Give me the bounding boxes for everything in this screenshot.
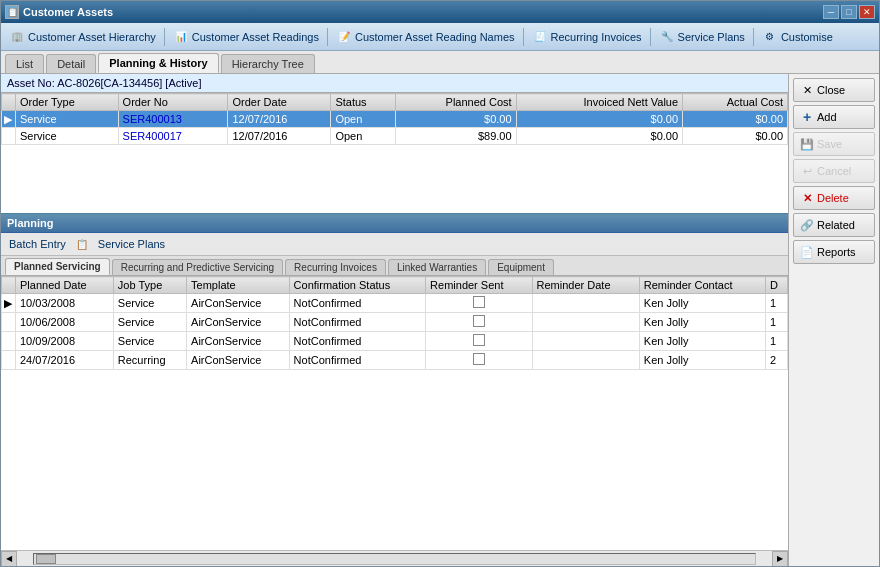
reminder-sent bbox=[426, 351, 532, 370]
sub-toolbar-icon: 📋 bbox=[74, 236, 90, 252]
toolbar-customer-asset-hierarchy[interactable]: 🏢 Customer Asset Hierarchy bbox=[3, 26, 162, 48]
row-indicator: ▶ bbox=[2, 294, 16, 313]
add-button[interactable]: + Add bbox=[793, 105, 875, 129]
invoices-icon: 🧾 bbox=[532, 29, 548, 45]
planned-date: 24/07/2016 bbox=[16, 351, 114, 370]
batch-entry-button[interactable]: Batch Entry bbox=[5, 235, 70, 253]
reminder-contact: Ken Jolly bbox=[639, 351, 765, 370]
minimize-button[interactable]: ─ bbox=[823, 5, 839, 19]
table-row[interactable]: ▶ Service SER400013 12/07/2016 Open $0.0… bbox=[2, 111, 788, 128]
reminder-date bbox=[532, 313, 639, 332]
row-indicator bbox=[2, 313, 16, 332]
window-icon: 📋 bbox=[5, 5, 19, 19]
sub-tab-planned-servicing[interactable]: Planned Servicing bbox=[5, 258, 110, 275]
col-actual: Actual Cost bbox=[683, 94, 788, 111]
sub-tab-recurring-predictive[interactable]: Recurring and Predictive Servicing bbox=[112, 259, 283, 275]
reminder-sent bbox=[426, 332, 532, 351]
scroll-right-arrow[interactable]: ▶ bbox=[772, 551, 788, 567]
col-indicator bbox=[2, 94, 16, 111]
scroll-left-arrow[interactable]: ◀ bbox=[1, 551, 17, 567]
col-order-date: Order Date bbox=[228, 94, 331, 111]
reading-names-icon: 📝 bbox=[336, 29, 352, 45]
tab-detail[interactable]: Detail bbox=[46, 54, 96, 73]
right-panel: ✕ Close + Add 💾 Save ↩ Cancel ✕ Delete 🔗 bbox=[789, 74, 879, 566]
d-column: 1 bbox=[766, 332, 788, 351]
confirmation-status: NotConfirmed bbox=[289, 332, 426, 351]
tab-hierarchy-tree[interactable]: Hierarchy Tree bbox=[221, 54, 315, 73]
job-type: Recurring bbox=[113, 351, 186, 370]
order-status: Open bbox=[331, 111, 396, 128]
reminder-date bbox=[532, 294, 639, 313]
sub-tab-recurring-invoices[interactable]: Recurring Invoices bbox=[285, 259, 386, 275]
cancel-button[interactable]: ↩ Cancel bbox=[793, 159, 875, 183]
list-item[interactable]: 24/07/2016 Recurring AirConService NotCo… bbox=[2, 351, 788, 370]
col-reminder-date: Reminder Date bbox=[532, 277, 639, 294]
customise-icon: ⚙ bbox=[762, 29, 778, 45]
order-date: 12/07/2016 bbox=[228, 128, 331, 145]
table-row[interactable]: Service SER400017 12/07/2016 Open $89.00… bbox=[2, 128, 788, 145]
list-item[interactable]: 10/06/2008 Service AirConService NotConf… bbox=[2, 313, 788, 332]
related-icon: 🔗 bbox=[800, 218, 814, 232]
reminder-contact: Ken Jolly bbox=[639, 294, 765, 313]
toolbar-separator-4 bbox=[650, 28, 651, 46]
horizontal-scrollbar[interactable]: ◀ ▶ bbox=[1, 550, 788, 566]
main-window: 📋 Customer Assets ─ □ ✕ 🏢 Customer Asset… bbox=[0, 0, 880, 567]
orders-table: Order Type Order No Order Date Status Pl… bbox=[1, 93, 788, 145]
confirmation-status: NotConfirmed bbox=[289, 313, 426, 332]
tab-list[interactable]: List bbox=[5, 54, 44, 73]
close-button[interactable]: ✕ Close bbox=[793, 78, 875, 102]
toolbar-customise[interactable]: ⚙ Customise bbox=[756, 26, 839, 48]
related-button[interactable]: 🔗 Related bbox=[793, 213, 875, 237]
template: AirConService bbox=[187, 351, 290, 370]
service-plans-sub-button[interactable]: Service Plans bbox=[94, 235, 169, 253]
asset-number: Asset No: AC-8026[CA-134456] [Active] bbox=[7, 77, 201, 89]
template: AirConService bbox=[187, 294, 290, 313]
reports-button[interactable]: 📄 Reports bbox=[793, 240, 875, 264]
save-button[interactable]: 💾 Save bbox=[793, 132, 875, 156]
toolbar-recurring-invoices[interactable]: 🧾 Recurring Invoices bbox=[526, 26, 648, 48]
job-type: Service bbox=[113, 332, 186, 351]
d-column: 1 bbox=[766, 313, 788, 332]
delete-button[interactable]: ✕ Delete bbox=[793, 186, 875, 210]
col-status: Status bbox=[331, 94, 396, 111]
row-indicator bbox=[2, 332, 16, 351]
col-order-type: Order Type bbox=[16, 94, 119, 111]
planned-servicing-table-container[interactable]: Planned Date Job Type Template Confirmat… bbox=[1, 276, 788, 550]
scroll-track[interactable] bbox=[33, 553, 756, 565]
list-item[interactable]: 10/09/2008 Service AirConService NotConf… bbox=[2, 332, 788, 351]
toolbar-separator-3 bbox=[523, 28, 524, 46]
job-type: Service bbox=[113, 313, 186, 332]
toolbar-customer-asset-readings[interactable]: 📊 Customer Asset Readings bbox=[167, 26, 325, 48]
reminder-contact: Ken Jolly bbox=[639, 313, 765, 332]
reminder-date bbox=[532, 351, 639, 370]
list-item[interactable]: ▶ 10/03/2008 Service AirConService NotCo… bbox=[2, 294, 788, 313]
sub-toolbar: Batch Entry 📋 Service Plans bbox=[1, 233, 788, 256]
sub-tab-linked-warranties[interactable]: Linked Warranties bbox=[388, 259, 486, 275]
col-confirmation: Confirmation Status bbox=[289, 277, 426, 294]
col-reminder-sent: Reminder Sent bbox=[426, 277, 532, 294]
window-close-button[interactable]: ✕ bbox=[859, 5, 875, 19]
main-tab-bar: List Detail Planning & History Hierarchy… bbox=[1, 51, 879, 74]
tab-planning-history[interactable]: Planning & History bbox=[98, 53, 218, 73]
template: AirConService bbox=[187, 313, 290, 332]
confirmation-status: NotConfirmed bbox=[289, 294, 426, 313]
reminder-date bbox=[532, 332, 639, 351]
service-plans-icon: 🔧 bbox=[659, 29, 675, 45]
d-column: 1 bbox=[766, 294, 788, 313]
planned-date: 10/03/2008 bbox=[16, 294, 114, 313]
invoiced-nett: $0.00 bbox=[516, 111, 682, 128]
planning-header: Planning bbox=[1, 213, 788, 233]
col-template: Template bbox=[187, 277, 290, 294]
toolbar-service-plans[interactable]: 🔧 Service Plans bbox=[653, 26, 751, 48]
row-indicator bbox=[2, 128, 16, 145]
col-d: D bbox=[766, 277, 788, 294]
scroll-thumb[interactable] bbox=[36, 554, 56, 564]
row-indicator: ▶ bbox=[2, 111, 16, 128]
left-panel: Asset No: AC-8026[CA-134456] [Active] Or… bbox=[1, 74, 789, 566]
reminder-contact: Ken Jolly bbox=[639, 332, 765, 351]
order-type: Service bbox=[16, 111, 119, 128]
orders-table-container[interactable]: Order Type Order No Order Date Status Pl… bbox=[1, 93, 788, 213]
maximize-button[interactable]: □ bbox=[841, 5, 857, 19]
sub-tab-equipment[interactable]: Equipment bbox=[488, 259, 554, 275]
toolbar-reading-names[interactable]: 📝 Customer Asset Reading Names bbox=[330, 26, 521, 48]
